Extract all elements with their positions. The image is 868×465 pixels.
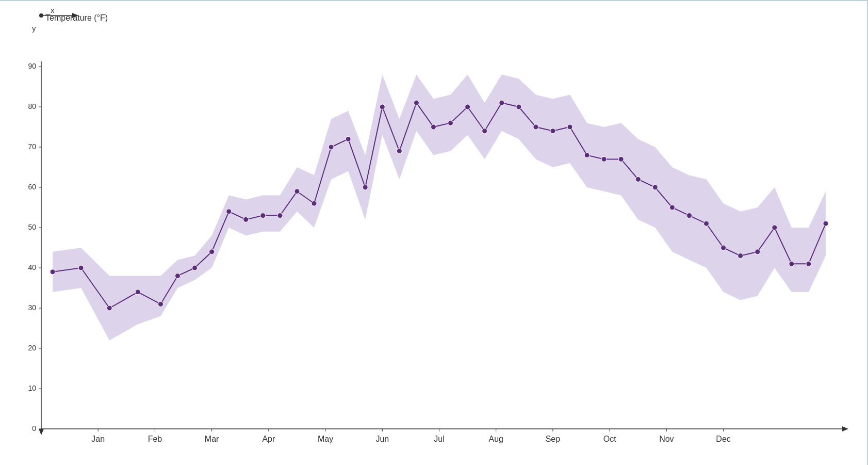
svg-point-36 <box>704 221 709 226</box>
svg-point-27 <box>550 129 555 134</box>
svg-point-10 <box>260 213 266 218</box>
svg-text:x: x <box>51 6 55 14</box>
svg-point-8 <box>226 209 232 214</box>
svg-point-11 <box>277 213 283 218</box>
svg-marker-45 <box>39 429 44 435</box>
svg-text:60: 60 <box>28 183 36 191</box>
svg-point-24 <box>499 100 504 105</box>
svg-marker-47 <box>842 426 848 431</box>
svg-point-34 <box>669 205 675 210</box>
svg-text:10: 10 <box>28 384 36 392</box>
svg-text:Dec: Dec <box>716 435 730 443</box>
svg-point-18 <box>397 149 402 154</box>
svg-point-97 <box>39 13 43 18</box>
temperature-chart: 0102030405060708090JanFebMarAprMayJunJul… <box>0 0 868 465</box>
svg-point-7 <box>209 249 215 254</box>
svg-point-38 <box>738 253 743 259</box>
svg-point-6 <box>192 265 198 270</box>
svg-text:May: May <box>318 435 333 443</box>
svg-point-40 <box>772 225 777 230</box>
svg-text:Feb: Feb <box>148 435 162 443</box>
svg-point-35 <box>686 213 692 218</box>
svg-text:Nov: Nov <box>659 435 674 443</box>
svg-point-29 <box>584 153 589 158</box>
svg-text:50: 50 <box>28 223 36 231</box>
svg-text:70: 70 <box>28 142 36 151</box>
svg-point-20 <box>431 124 436 130</box>
svg-point-26 <box>533 124 538 130</box>
svg-text:Oct: Oct <box>603 435 616 443</box>
svg-point-30 <box>601 156 607 162</box>
svg-point-33 <box>652 185 658 190</box>
svg-point-43 <box>823 221 828 226</box>
svg-point-32 <box>635 177 641 182</box>
svg-text:Jul: Jul <box>434 435 444 443</box>
svg-point-23 <box>482 129 487 134</box>
svg-text:40: 40 <box>28 263 36 271</box>
svg-text:80: 80 <box>28 102 36 110</box>
svg-point-12 <box>294 189 300 194</box>
svg-text:Sep: Sep <box>546 435 561 443</box>
svg-point-19 <box>414 100 419 105</box>
svg-text:Jan: Jan <box>91 435 105 443</box>
svg-text:Jun: Jun <box>375 435 389 443</box>
svg-text:Apr: Apr <box>262 435 275 443</box>
svg-point-0 <box>50 269 55 275</box>
svg-point-28 <box>567 124 572 130</box>
svg-point-5 <box>175 274 181 279</box>
svg-point-15 <box>346 136 351 141</box>
svg-point-2 <box>107 306 112 311</box>
svg-point-4 <box>158 301 163 307</box>
svg-point-9 <box>243 217 249 222</box>
svg-point-22 <box>465 104 470 109</box>
svg-text:Temperature (°F): Temperature (°F) <box>45 13 108 22</box>
svg-point-42 <box>806 261 811 266</box>
svg-point-17 <box>380 104 385 109</box>
svg-point-25 <box>516 104 521 109</box>
svg-text:0: 0 <box>32 424 36 432</box>
svg-text:Aug: Aug <box>488 435 503 443</box>
svg-text:y: y <box>32 24 36 33</box>
chart-container: 0102030405060708090JanFebMarAprMayJunJul… <box>0 0 868 465</box>
svg-text:Mar: Mar <box>205 435 219 443</box>
svg-point-21 <box>448 120 453 125</box>
svg-text:20: 20 <box>28 344 36 352</box>
svg-point-1 <box>78 265 84 270</box>
svg-point-31 <box>618 156 624 162</box>
svg-point-37 <box>721 245 726 250</box>
svg-point-39 <box>755 249 760 254</box>
svg-point-16 <box>363 185 368 190</box>
svg-point-3 <box>135 290 140 295</box>
svg-point-41 <box>789 261 794 266</box>
svg-text:90: 90 <box>28 62 36 70</box>
svg-point-14 <box>329 145 334 150</box>
svg-text:30: 30 <box>28 303 36 312</box>
svg-point-13 <box>312 201 317 206</box>
